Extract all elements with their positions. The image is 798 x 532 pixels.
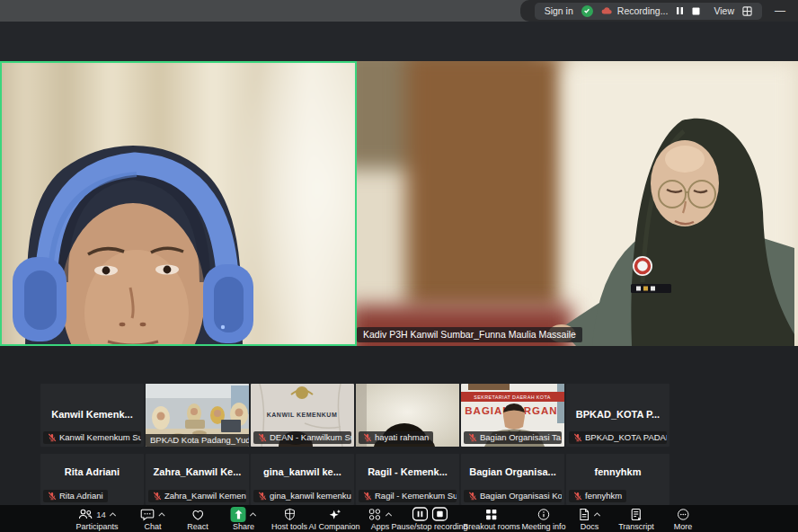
sparkle-icon bbox=[327, 508, 341, 521]
more-button[interactable]: More bbox=[674, 507, 693, 531]
meeting-info-button[interactable]: Meeting info bbox=[521, 507, 565, 531]
docs-button[interactable]: Docs bbox=[579, 507, 601, 531]
stage-background bbox=[0, 22, 798, 61]
tile-rita-adriani[interactable]: Rita Adriani Rita Adriani bbox=[40, 454, 144, 505]
participant-name: Zahra_Kanwil Ke... bbox=[146, 466, 249, 477]
recording-status-label: Recording... bbox=[617, 5, 669, 16]
participant-label: hayati rahman bbox=[375, 432, 429, 442]
participants-button[interactable]: 14 Participants bbox=[75, 507, 118, 531]
participant-name: Ragil - Kemenk... bbox=[356, 466, 459, 477]
tile-bpkad-kota-padang-video[interactable]: BPKAD Kota Padang_Yud... bbox=[146, 384, 249, 447]
chevron-up-icon[interactable] bbox=[158, 512, 165, 517]
sign-in-button[interactable]: Sign in bbox=[545, 5, 573, 16]
toolbar-label: Host tools bbox=[271, 522, 307, 531]
more-ellipsis-icon bbox=[676, 508, 689, 521]
host-tools-button[interactable]: Host tools bbox=[271, 507, 307, 531]
window-top-bar: Sign in Recording... View — bbox=[0, 0, 798, 22]
toolbar-label: More bbox=[674, 522, 693, 531]
participant-label: Bagian Organisasi Ta... bbox=[480, 432, 562, 442]
shield-icon bbox=[283, 508, 297, 521]
tile-kanwil-kemenkum[interactable]: Kanwil Kemenk... Kanwil Kemenkum Su... bbox=[40, 384, 144, 447]
participant-label: BPKAD Kota Padang_Yud... bbox=[150, 435, 249, 445]
tile-bagian-organisasi-video[interactable]: SEKRETARIAT DAERAH KOTA BAGIAN ORGAN Bag… bbox=[461, 384, 564, 447]
participant-label: BPKAD_KOTA PADANG bbox=[585, 432, 667, 442]
ai-companion-button[interactable]: AI Companion bbox=[308, 507, 359, 531]
pause-recording-icon[interactable] bbox=[412, 507, 428, 521]
toolbar-label: Apps bbox=[371, 522, 390, 531]
toolbar-label: React bbox=[187, 522, 208, 531]
participant-label: DEAN - Kanwilkum Su... bbox=[270, 432, 351, 442]
participants-icon bbox=[77, 508, 93, 521]
chevron-up-icon[interactable] bbox=[110, 512, 117, 517]
toolbar-label: AI Companion bbox=[308, 522, 359, 531]
tile-ragil-kemenkum[interactable]: Ragil - Kemenk... Ragil - Kemenkum Su... bbox=[356, 454, 459, 505]
topbar-controls: Sign in Recording... View — bbox=[520, 0, 798, 22]
breakout-rooms-button[interactable]: Breakout rooms bbox=[463, 507, 520, 531]
participant-name: Rita Adriani bbox=[40, 466, 144, 477]
muted-mic-icon bbox=[258, 433, 267, 442]
muted-mic-icon bbox=[363, 492, 372, 501]
document-icon bbox=[579, 508, 590, 521]
meeting-toolbar: 14 Participants Chat React Sh bbox=[0, 505, 798, 532]
participants-count: 14 bbox=[96, 510, 106, 519]
chevron-up-icon[interactable] bbox=[594, 512, 601, 517]
toolbar-label: Meeting info bbox=[521, 522, 565, 531]
tile-gina-kanwil[interactable]: gina_kanwil ke... gina_kanwil kemenkum bbox=[251, 454, 354, 505]
tile-zahra-kanwil[interactable]: Zahra_Kanwil Ke... Zahra_Kanwil Kemenk..… bbox=[146, 454, 249, 505]
chevron-up-icon[interactable] bbox=[250, 512, 257, 517]
gallery-strip: Kanwil Kemenk... Kanwil Kemenkum Su... B… bbox=[0, 346, 798, 505]
active-video-name-label: Kadiv P3H Kanwil Sumbar_Funna Maulia Mas… bbox=[357, 327, 582, 342]
view-grid-icon[interactable] bbox=[742, 6, 752, 16]
toolbar-label: Chat bbox=[144, 522, 161, 531]
muted-mic-icon bbox=[468, 492, 477, 501]
participant-label: Zahra_Kanwil Kemenk... bbox=[164, 491, 246, 501]
muted-mic-icon bbox=[153, 492, 162, 501]
muted-mic-icon bbox=[363, 433, 372, 442]
react-button[interactable]: React bbox=[187, 507, 208, 531]
apps-button[interactable]: Apps bbox=[368, 507, 393, 531]
participant-name: Bagian Organisa... bbox=[461, 466, 564, 477]
participant-name: gina_kanwil ke... bbox=[251, 466, 354, 477]
participant-label: Kanwil Kemenkum Su... bbox=[59, 432, 141, 442]
recording-cloud-icon bbox=[601, 6, 613, 15]
muted-mic-icon bbox=[258, 492, 267, 501]
breakout-rooms-icon bbox=[485, 508, 499, 521]
muted-mic-icon bbox=[573, 433, 582, 442]
view-button[interactable]: View bbox=[714, 5, 734, 16]
minimize-button[interactable]: — bbox=[771, 4, 789, 17]
toolbar-label: Pause/stop recording bbox=[391, 522, 467, 531]
transcript-icon bbox=[630, 508, 643, 521]
tile-dean-kanwilkum-video[interactable]: KANWIL KEMENKUM DEAN - Kanwilkum Su... bbox=[251, 384, 354, 447]
transcript-button[interactable]: Transcript bbox=[618, 507, 654, 531]
tile-hayati-rahman-video[interactable]: hayati rahman bbox=[356, 384, 459, 447]
chat-button[interactable]: Chat bbox=[140, 507, 165, 531]
participant-name: fennyhkm bbox=[566, 466, 669, 477]
participant-name: BPKAD_KOTA P... bbox=[566, 409, 669, 420]
participant-label: Ragil - Kemenkum Su... bbox=[375, 491, 457, 501]
toolbar-label: Transcript bbox=[618, 522, 654, 531]
heart-icon bbox=[191, 508, 205, 521]
toolbar-label: Breakout rooms bbox=[463, 522, 520, 531]
main-video-kadiv-p3h[interactable]: Kadiv P3H Kanwil Sumbar_Funna Maulia Mas… bbox=[357, 61, 798, 346]
main-video-active-speaker[interactable] bbox=[0, 61, 357, 346]
pause-stop-recording-button[interactable]: Pause/stop recording bbox=[391, 507, 467, 531]
participant-label: gina_kanwil kemenkum bbox=[270, 491, 351, 501]
tile-bpkad-kota-padang[interactable]: BPKAD_KOTA P... BPKAD_KOTA PADANG bbox=[566, 384, 669, 447]
toolbar-label: Participants bbox=[75, 522, 118, 531]
chat-icon bbox=[140, 508, 155, 521]
security-verified-icon[interactable] bbox=[581, 5, 593, 17]
participant-kadiv bbox=[357, 66, 794, 346]
participant-with-headphones bbox=[2, 63, 355, 344]
muted-mic-icon bbox=[468, 433, 477, 442]
tile-bagian-organisasi-kota[interactable]: Bagian Organisa... Bagian Organisasi Kot… bbox=[461, 454, 564, 505]
banner-top-text: SEKRETARIAT DAERAH KOTA bbox=[474, 395, 550, 400]
share-button[interactable]: Share bbox=[231, 507, 257, 531]
toolbar-label: Share bbox=[233, 522, 254, 531]
wall-sign-text: KANWIL KEMENKUM bbox=[267, 412, 338, 418]
pause-recording-icon[interactable] bbox=[676, 6, 684, 15]
muted-mic-icon bbox=[573, 492, 582, 501]
stop-recording-icon[interactable] bbox=[692, 7, 700, 15]
stop-recording-icon[interactable] bbox=[431, 507, 448, 521]
share-screen-icon bbox=[231, 507, 246, 522]
tile-fennyhkm[interactable]: fennyhkm fennyhkm bbox=[566, 454, 669, 505]
